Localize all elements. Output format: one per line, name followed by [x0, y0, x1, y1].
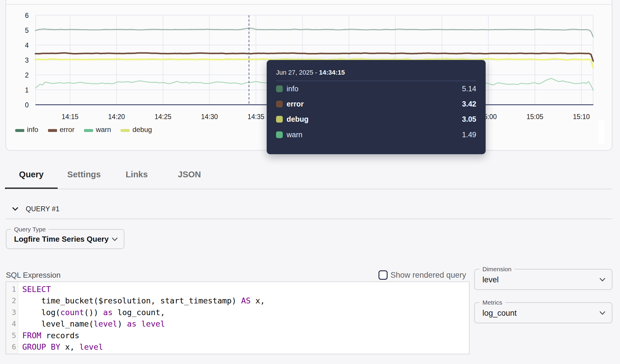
line-number: 5	[6, 330, 16, 341]
tooltip-swatch-warn	[276, 131, 283, 138]
metrics-value: log_count	[482, 309, 517, 318]
legend-swatch-info	[15, 129, 24, 132]
tooltip-swatch-debug	[276, 116, 283, 123]
legend-item-warn[interactable]: warn	[84, 126, 111, 133]
legend-item-debug[interactable]: debug	[121, 126, 152, 133]
x-tick-label: 15:05	[526, 113, 543, 121]
line-number: 6	[6, 341, 16, 353]
sql-code-area[interactable]: 1SELECT2 time_bucket($resolution, start_…	[18, 282, 469, 354]
tooltip-swatch-info	[276, 85, 283, 92]
tooltip-value: 5.14	[462, 85, 476, 93]
code-text: level_name(level) as level	[22, 318, 165, 330]
tooltip-label: info	[287, 85, 298, 93]
tooltip-value: 3.42	[462, 100, 476, 108]
query-section-title: QUERY #1	[26, 205, 59, 213]
line-number: 4	[6, 318, 16, 330]
y-tick-label: 0	[25, 101, 29, 109]
chevron-down-icon	[600, 311, 605, 315]
tooltip-label: error	[287, 100, 304, 108]
show-rendered-query-toggle[interactable]: Show rendered query	[378, 270, 466, 280]
legend-swatch-warn	[84, 129, 93, 132]
legend-item-error[interactable]: error	[48, 126, 75, 133]
tooltip-row-info: info 5.14	[276, 81, 476, 96]
line-number: 2	[6, 295, 16, 307]
tooltip-timestamp: Jun 27, 2025 - 14:34:15	[276, 68, 476, 78]
query-section-header[interactable]: QUERY #1	[12, 205, 59, 213]
tooltip-value: 1.49	[462, 131, 476, 139]
dimension-select[interactable]: Dimension level	[474, 269, 612, 290]
metrics-label: Metrics	[479, 299, 505, 306]
chart-tooltip: Jun 27, 2025 - 14:34:15 info 5.14 error …	[267, 60, 486, 154]
code-text: GROUP BY x, level	[22, 341, 103, 353]
y-tick-label: 3	[25, 56, 29, 64]
legend-label-info: info	[27, 126, 38, 133]
x-tick-label: 14:25	[155, 113, 172, 121]
y-tick-label: 6	[25, 12, 29, 19]
legend-swatch-error	[48, 129, 57, 132]
tooltip-row-error: error 3.42	[276, 96, 476, 111]
show-rendered-label: Show rendered query	[391, 271, 466, 280]
show-rendered-checkbox[interactable]	[378, 270, 388, 280]
x-tick-label: 15:10	[573, 113, 590, 121]
code-text: FROM records	[22, 330, 79, 341]
tab-json[interactable]: JSON	[163, 164, 216, 185]
code-line-1[interactable]: 1SELECT	[18, 284, 469, 295]
tab-bar-divider	[6, 189, 612, 189]
chevron-down-icon[interactable]	[12, 207, 18, 211]
tooltip-label: debug	[287, 115, 309, 123]
chevron-down-icon	[112, 238, 118, 241]
tooltip-swatch-error	[276, 101, 283, 107]
tooltip-row-warn: warn 1.49	[276, 127, 476, 142]
x-tick-label: 14:30	[201, 113, 218, 121]
y-tick-label: 1	[25, 86, 29, 94]
x-tick-label: 14:20	[108, 113, 125, 121]
tab-bar: Query Settings Links JSON	[5, 164, 216, 185]
code-text: SELECT	[22, 284, 51, 295]
y-tick-label: 4	[25, 42, 29, 49]
tooltip-value: 3.05	[462, 115, 476, 123]
tooltip-row-debug: debug 3.05	[276, 112, 476, 127]
code-line-6[interactable]: 6GROUP BY x, level	[18, 341, 469, 353]
dimension-value: level	[482, 275, 499, 284]
line-number: 3	[6, 307, 16, 318]
x-tick-label: 14:15	[61, 113, 78, 121]
tab-settings[interactable]: Settings	[58, 164, 110, 185]
tooltip-label: warn	[287, 131, 302, 139]
chart-legend: info error warn debug	[15, 126, 162, 133]
query-type-value: Logfire Time Series Query	[14, 235, 109, 244]
code-line-4[interactable]: 4 level_name(level) as level	[18, 318, 469, 330]
query-type-select[interactable]: Query Type Logfire Time Series Query	[6, 229, 124, 249]
code-text: log(count()) as log_count,	[22, 307, 165, 318]
code-line-2[interactable]: 2 time_bucket($resolution, start_timesta…	[18, 295, 469, 307]
line-number: 1	[6, 284, 16, 295]
query-section-divider	[6, 219, 612, 219]
sql-code-editor[interactable]: 1SELECT2 time_bucket($resolution, start_…	[6, 281, 470, 354]
legend-label-warn: warn	[96, 126, 111, 133]
query-type-label: Query Type	[11, 226, 49, 233]
code-line-3[interactable]: 3 log(count()) as log_count,	[18, 307, 469, 318]
code-line-5[interactable]: 5FROM records	[18, 330, 469, 341]
legend-label-debug: debug	[132, 126, 152, 133]
y-tick-label: 2	[25, 71, 29, 79]
tab-query[interactable]: Query	[5, 164, 58, 185]
series-line-info	[35, 28, 593, 37]
scrollbar-thumb[interactable]	[598, 120, 605, 144]
x-tick-label: 14:35	[248, 113, 265, 121]
legend-label-error: error	[60, 126, 75, 133]
legend-swatch-debug	[121, 129, 130, 132]
chevron-down-icon	[600, 278, 605, 281]
dimension-label: Dimension	[479, 266, 514, 273]
sql-expression-label: SQL Expression	[6, 270, 61, 280]
tab-links[interactable]: Links	[110, 164, 163, 185]
legend-item-info[interactable]: info	[15, 126, 38, 133]
metrics-select[interactable]: Metrics log_count	[474, 302, 612, 323]
y-tick-label: 5	[25, 27, 29, 34]
code-text: time_bucket($resolution, start_timestamp…	[22, 295, 265, 307]
